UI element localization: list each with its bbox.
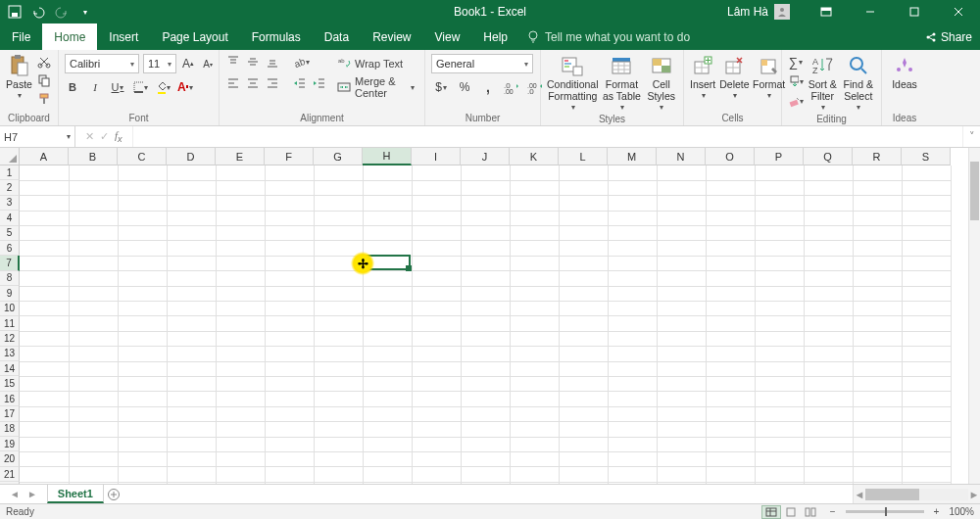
- orientation-icon[interactable]: ab▾: [294, 54, 310, 70]
- font-size-combo[interactable]: 11▾: [143, 54, 176, 73]
- cell[interactable]: [20, 211, 69, 225]
- cell[interactable]: [853, 256, 902, 270]
- zoom-in-button[interactable]: +: [934, 506, 940, 517]
- cell[interactable]: [69, 241, 118, 256]
- cell[interactable]: [755, 437, 804, 451]
- cell[interactable]: [20, 347, 69, 361]
- cell[interactable]: [853, 196, 902, 211]
- cell[interactable]: [559, 347, 608, 361]
- fill-icon[interactable]: ▾: [788, 73, 804, 89]
- cell[interactable]: [314, 165, 363, 180]
- row-header[interactable]: 1: [0, 165, 20, 180]
- sheet-tab-sheet1[interactable]: Sheet1: [47, 485, 104, 503]
- cell[interactable]: [118, 467, 167, 482]
- cell[interactable]: [461, 361, 510, 376]
- cell[interactable]: [363, 211, 412, 225]
- cell[interactable]: [69, 422, 118, 437]
- cell[interactable]: [20, 392, 69, 406]
- cell[interactable]: [706, 302, 755, 316]
- cell[interactable]: [804, 482, 853, 484]
- cell[interactable]: [657, 422, 706, 437]
- cell[interactable]: [461, 347, 510, 361]
- cell[interactable]: [412, 376, 461, 391]
- cell[interactable]: [118, 316, 167, 331]
- cell[interactable]: [804, 226, 853, 241]
- cell[interactable]: [510, 406, 559, 421]
- cell[interactable]: [265, 256, 314, 270]
- cell[interactable]: [118, 196, 167, 211]
- cell[interactable]: [363, 331, 412, 346]
- cell[interactable]: [216, 376, 265, 391]
- cell[interactable]: [608, 331, 657, 346]
- cell[interactable]: [167, 302, 216, 316]
- row-header[interactable]: 20: [0, 451, 20, 466]
- cell[interactable]: [902, 196, 951, 211]
- cell[interactable]: [510, 226, 559, 241]
- cell[interactable]: [363, 406, 412, 421]
- tab-view[interactable]: View: [423, 24, 472, 50]
- increase-decimal-icon[interactable]: .0.00: [504, 79, 519, 95]
- column-header[interactable]: R: [853, 148, 902, 165]
- cell[interactable]: [559, 180, 608, 195]
- cell[interactable]: [265, 211, 314, 225]
- cell[interactable]: [559, 406, 608, 421]
- cell[interactable]: [461, 256, 510, 270]
- cell[interactable]: [167, 180, 216, 195]
- increase-indent-icon[interactable]: [312, 75, 327, 91]
- cell[interactable]: [412, 406, 461, 421]
- cell[interactable]: [902, 422, 951, 437]
- cell[interactable]: [804, 256, 853, 270]
- cell[interactable]: [412, 482, 461, 484]
- expand-formula-bar-icon[interactable]: ˅: [962, 126, 980, 147]
- cell[interactable]: [118, 226, 167, 241]
- tab-home[interactable]: Home: [42, 24, 97, 50]
- cell[interactable]: [510, 286, 559, 301]
- cell[interactable]: [608, 437, 657, 451]
- cell[interactable]: [804, 376, 853, 391]
- page-layout-view-button[interactable]: [781, 505, 801, 519]
- close-button[interactable]: [936, 0, 980, 24]
- cell[interactable]: [853, 467, 902, 482]
- cell[interactable]: [69, 361, 118, 376]
- row-header[interactable]: 8: [0, 271, 20, 286]
- cell[interactable]: [69, 196, 118, 211]
- cell[interactable]: [902, 226, 951, 241]
- cell[interactable]: [608, 241, 657, 256]
- cell[interactable]: [461, 331, 510, 346]
- cell[interactable]: [510, 331, 559, 346]
- cell[interactable]: [804, 437, 853, 451]
- cell[interactable]: [167, 406, 216, 421]
- underline-button[interactable]: U▾: [110, 79, 125, 95]
- cell[interactable]: [608, 347, 657, 361]
- cell[interactable]: [902, 451, 951, 466]
- cell[interactable]: [853, 437, 902, 451]
- cell[interactable]: [265, 302, 314, 316]
- cell[interactable]: [461, 286, 510, 301]
- cell[interactable]: [118, 376, 167, 391]
- cell[interactable]: [755, 331, 804, 346]
- cell[interactable]: [314, 392, 363, 406]
- cell[interactable]: [853, 422, 902, 437]
- paste-button[interactable]: Paste ▾: [6, 54, 32, 100]
- row-header[interactable]: 16: [0, 392, 20, 406]
- cell[interactable]: [69, 406, 118, 421]
- bold-button[interactable]: B: [65, 79, 80, 95]
- cell[interactable]: [804, 361, 853, 376]
- cell[interactable]: [608, 286, 657, 301]
- cell[interactable]: [559, 451, 608, 466]
- cell[interactable]: [363, 376, 412, 391]
- cell[interactable]: [69, 302, 118, 316]
- undo-icon[interactable]: [29, 3, 47, 21]
- cell[interactable]: [804, 196, 853, 211]
- cell[interactable]: [118, 437, 167, 451]
- cell[interactable]: [657, 467, 706, 482]
- cell[interactable]: [804, 165, 853, 180]
- cell[interactable]: [265, 271, 314, 286]
- cell[interactable]: [657, 271, 706, 286]
- cell[interactable]: [265, 451, 314, 466]
- cell[interactable]: [265, 196, 314, 211]
- cell[interactable]: [461, 226, 510, 241]
- cell[interactable]: [608, 392, 657, 406]
- cell[interactable]: [20, 422, 69, 437]
- cancel-formula-icon[interactable]: ✕: [85, 130, 94, 143]
